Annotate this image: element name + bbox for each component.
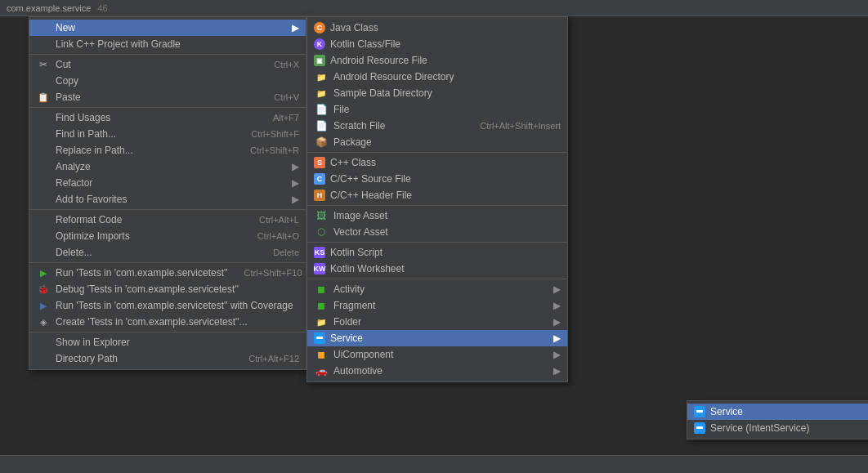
create-tests-label: Create 'Tests in 'com.example.servicetes… bbox=[56, 316, 299, 328]
new-cpp-header[interactable]: H C/C++ Header File bbox=[307, 187, 567, 203]
service-item-label: Service bbox=[710, 406, 868, 417]
menu-item-replace-in-path[interactable]: Replace in Path... Ctrl+Shift+R bbox=[29, 142, 306, 158]
new-cpp-class[interactable]: S C++ Class bbox=[307, 154, 567, 171]
scratch-file-icon: 📄 bbox=[314, 120, 329, 132]
add-to-favorites-arrow: ▶ bbox=[292, 194, 299, 205]
new-folder[interactable]: 📁 Folder ▶ bbox=[307, 314, 567, 330]
copy-label: Copy bbox=[56, 75, 299, 87]
directory-path-label: Directory Path bbox=[56, 353, 232, 364]
paste-shortcut: Ctrl+V bbox=[274, 92, 299, 102]
menu-item-cut[interactable]: ✂ Cut Ctrl+X bbox=[29, 56, 306, 73]
kotlin-worksheet-label: Kotlin Worksheet bbox=[330, 263, 561, 274]
menu-item-link-cpp[interactable]: Link C++ Project with Gradle bbox=[29, 36, 306, 52]
new-icon bbox=[36, 22, 51, 33]
new-sep-2 bbox=[307, 205, 567, 206]
java-class-icon: C bbox=[314, 22, 325, 33]
new-kotlin-script[interactable]: KS Kotlin Script bbox=[307, 244, 567, 261]
add-to-favorites-label: Add to Favorites bbox=[56, 194, 285, 205]
menu-item-new[interactable]: New ▶ bbox=[29, 20, 306, 36]
new-kotlin-class[interactable]: K Kotlin Class/File bbox=[307, 36, 567, 52]
new-sep-4 bbox=[307, 279, 567, 279]
separator-2 bbox=[29, 107, 306, 108]
menu-item-directory-path[interactable]: Directory Path Ctrl+Alt+F12 bbox=[29, 350, 306, 367]
new-activity[interactable]: ◼ Activity ▶ bbox=[307, 281, 567, 297]
menu-item-find-usages[interactable]: Find Usages Alt+F7 bbox=[29, 109, 306, 126]
new-sample-data-dir[interactable]: 📁 Sample Data Directory bbox=[307, 85, 567, 101]
new-kotlin-worksheet[interactable]: KW Kotlin Worksheet bbox=[307, 261, 567, 277]
service-item-icon bbox=[694, 406, 705, 417]
android-res-file-label: Android Resource File bbox=[330, 55, 561, 66]
cpp-source-icon: C bbox=[314, 173, 325, 185]
sample-data-icon: 📁 bbox=[314, 87, 329, 99]
paste-label: Paste bbox=[56, 91, 257, 103]
copy-icon bbox=[36, 75, 51, 87]
new-ui-component[interactable]: ◼ UiComponent ▶ bbox=[307, 346, 567, 363]
vector-asset-label: Vector Asset bbox=[333, 226, 561, 238]
directory-path-icon bbox=[36, 353, 51, 364]
new-fragment[interactable]: ◼ Fragment ▶ bbox=[307, 297, 567, 314]
menu-item-run-tests[interactable]: ▶ Run 'Tests in 'com.example.servicetest… bbox=[29, 265, 306, 281]
separator-1 bbox=[29, 54, 306, 55]
menu-item-show-in-explorer[interactable]: Show in Explorer bbox=[29, 334, 306, 350]
ui-component-arrow: ▶ bbox=[553, 349, 561, 360]
menu-item-create-tests[interactable]: ◈ Create 'Tests in 'com.example.servicet… bbox=[29, 314, 306, 330]
cpp-header-label: C/C++ Header File bbox=[330, 190, 561, 201]
new-android-resource-file[interactable]: ▣ Android Resource File bbox=[307, 52, 567, 69]
new-cpp-source[interactable]: C C/C++ Source File bbox=[307, 171, 567, 187]
new-service[interactable]: Service ▶ bbox=[307, 330, 567, 346]
bottom-bar bbox=[0, 455, 868, 473]
activity-arrow: ▶ bbox=[553, 283, 561, 295]
ui-component-icon: ◼ bbox=[314, 349, 329, 360]
menu-item-optimize-imports[interactable]: Optimize Imports Ctrl+Alt+O bbox=[29, 228, 306, 244]
optimize-shortcut: Ctrl+Alt+O bbox=[257, 231, 299, 241]
service-submenu: Service Service (IntentService) bbox=[687, 400, 868, 440]
file-icon: 📄 bbox=[314, 104, 329, 115]
service-item-intentservice[interactable]: Service (IntentService) bbox=[687, 420, 868, 436]
delete-label: Delete... bbox=[56, 247, 257, 258]
cpp-class-icon: S bbox=[314, 157, 325, 168]
android-res-dir-label: Android Resource Directory bbox=[333, 71, 561, 83]
new-automotive[interactable]: 🚗 Automotive ▶ bbox=[307, 363, 567, 379]
reformat-shortcut: Ctrl+Alt+L bbox=[259, 215, 299, 225]
reformat-label: Reformat Code bbox=[56, 214, 243, 225]
menu-item-reformat-code[interactable]: Reformat Code Ctrl+Alt+L bbox=[29, 212, 306, 228]
menu-item-run-tests-coverage[interactable]: ▶ Run 'Tests in 'com.example.servicetest… bbox=[29, 297, 306, 314]
cpp-header-icon: H bbox=[314, 190, 325, 201]
replace-in-path-icon bbox=[36, 145, 51, 156]
link-cpp-label: Link C++ Project with Gradle bbox=[56, 38, 299, 50]
menu-item-add-to-favorites[interactable]: Add to Favorites ▶ bbox=[29, 191, 306, 207]
menu-item-analyze[interactable]: Analyze ▶ bbox=[29, 158, 306, 175]
delete-icon bbox=[36, 247, 51, 258]
menu-item-paste[interactable]: 📋 Paste Ctrl+V bbox=[29, 89, 306, 105]
service-label: Service bbox=[330, 332, 547, 344]
ui-component-label: UiComponent bbox=[333, 349, 547, 360]
menu-item-debug-tests[interactable]: 🐞 Debug 'Tests in 'com.example.servicete… bbox=[29, 281, 306, 297]
new-vector-asset[interactable]: ⬡ Vector Asset bbox=[307, 224, 567, 240]
new-image-asset[interactable]: 🖼 Image Asset bbox=[307, 207, 567, 224]
activity-label: Activity bbox=[333, 283, 547, 295]
new-package[interactable]: 📦 Package bbox=[307, 134, 567, 150]
run-tests-label: Run 'Tests in 'com.example.servicetest'' bbox=[56, 267, 228, 279]
kotlin-class-label: Kotlin Class/File bbox=[330, 38, 561, 50]
new-android-resource-dir[interactable]: 📁 Android Resource Directory bbox=[307, 69, 567, 85]
folder-icon: 📁 bbox=[314, 316, 329, 328]
analyze-label: Analyze bbox=[56, 161, 285, 172]
create-tests-icon: ◈ bbox=[36, 316, 51, 328]
service-arrow: ▶ bbox=[553, 332, 561, 344]
vector-asset-icon: ⬡ bbox=[314, 226, 329, 238]
image-asset-icon: 🖼 bbox=[314, 210, 329, 221]
menu-item-copy[interactable]: Copy bbox=[29, 73, 306, 89]
service-item-service[interactable]: Service bbox=[687, 404, 868, 420]
menu-item-delete[interactable]: Delete... Delete bbox=[29, 244, 306, 261]
new-java-class[interactable]: C Java Class bbox=[307, 20, 567, 36]
menu-item-find-in-path[interactable]: Find in Path... Ctrl+Shift+F bbox=[29, 126, 306, 142]
find-in-path-shortcut: Ctrl+Shift+F bbox=[251, 129, 299, 139]
paste-icon: 📋 bbox=[36, 91, 51, 103]
directory-path-shortcut: Ctrl+Alt+F12 bbox=[248, 354, 299, 364]
add-to-favorites-icon bbox=[36, 194, 51, 205]
menu-item-refactor[interactable]: Refactor ▶ bbox=[29, 175, 306, 191]
new-file[interactable]: 📄 File bbox=[307, 101, 567, 118]
line-number: 46 bbox=[97, 3, 107, 13]
new-scratch-file[interactable]: 📄 Scratch File Ctrl+Alt+Shift+Insert bbox=[307, 118, 567, 134]
separator-5 bbox=[29, 332, 306, 332]
